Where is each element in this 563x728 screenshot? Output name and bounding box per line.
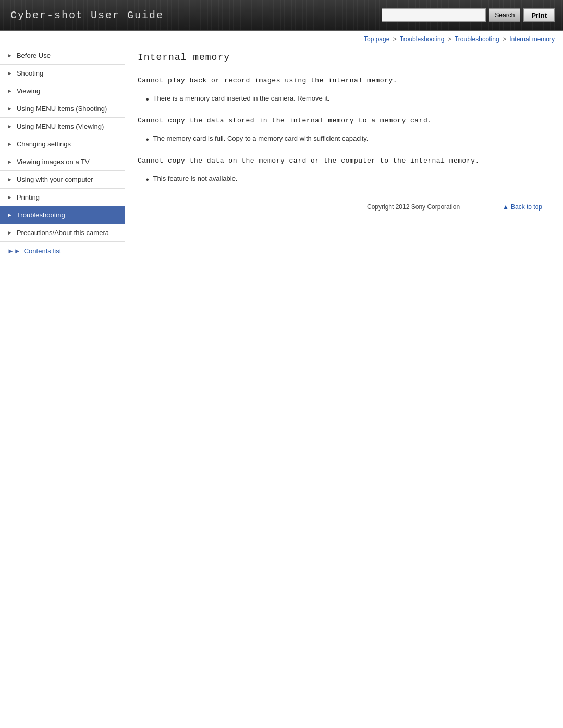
bullet-2-1: • The memory card is full. Copy to a mem… (138, 132, 550, 146)
contents-list-label: Contents list (24, 247, 62, 255)
sidebar-item-label: Printing (17, 193, 40, 201)
bullet-icon: • (146, 94, 149, 104)
arrow-right-icon: ►► (7, 247, 21, 255)
sidebar-item-using-computer[interactable]: ► Using with your computer (0, 171, 125, 189)
bullet-text: The memory card is full. Copy to a memor… (153, 134, 369, 142)
chevron-icon: ► (7, 212, 13, 218)
sidebar-item-label: Using MENU items (Viewing) (17, 122, 104, 130)
back-to-top-label: Back to top (511, 203, 542, 211)
breadcrumb-top-page[interactable]: Top page (364, 35, 389, 43)
breadcrumb-troubleshooting-1[interactable]: Troubleshooting (400, 35, 445, 43)
chevron-icon: ► (7, 177, 13, 182)
chevron-icon: ► (7, 106, 13, 112)
back-to-top-link[interactable]: ▲Back to top (503, 203, 542, 211)
section-1: Cannot play back or record images using … (138, 77, 550, 106)
sidebar-item-troubleshooting[interactable]: ► Troubleshooting (0, 206, 125, 224)
breadcrumb: Top page > Troubleshooting > Troubleshoo… (0, 31, 563, 47)
chevron-icon: ► (7, 88, 13, 94)
breadcrumb-current: Internal memory (509, 35, 555, 43)
section-1-heading: Cannot play back or record images using … (138, 77, 550, 88)
chevron-icon: ► (7, 70, 13, 76)
sidebar-item-printing[interactable]: ► Printing (0, 189, 125, 206)
sidebar-item-label: Using MENU items (Shooting) (17, 105, 107, 113)
bullet-3-1: • This feature is not available. (138, 172, 550, 187)
triangle-up-icon: ▲ (503, 203, 509, 211)
chevron-icon: ► (7, 194, 13, 200)
main-layout: ► Before Use ► Shooting ► Viewing ► Usin… (0, 47, 563, 270)
sidebar-item-menu-shooting[interactable]: ► Using MENU items (Shooting) (0, 100, 125, 118)
search-area: Search Print (382, 8, 563, 22)
contents-list-link[interactable]: ►► Contents list (0, 242, 125, 260)
sidebar-item-changing-settings[interactable]: ► Changing settings (0, 135, 125, 153)
section-3-heading: Cannot copy the data on the memory card … (138, 157, 550, 168)
bullet-icon: • (146, 175, 149, 184)
footer-bar: Copyright 2012 Sony Corporation ▲Back to… (138, 198, 550, 216)
sidebar-item-label: Viewing images on a TV (17, 158, 90, 166)
section-2-heading: Cannot copy the data stored in the inter… (138, 117, 550, 128)
chevron-icon: ► (7, 53, 13, 58)
bullet-1-1: • There is a memory card inserted in the… (138, 92, 550, 106)
bullet-text: This feature is not available. (153, 175, 238, 182)
sidebar-item-label: Shooting (17, 69, 43, 77)
sidebar-item-label: Changing settings (17, 140, 71, 148)
page-title: Internal memory (138, 52, 550, 67)
print-button[interactable]: Print (523, 8, 555, 22)
sidebar-item-label: Viewing (17, 87, 40, 95)
breadcrumb-sep-2: > (448, 35, 451, 43)
search-input[interactable] (382, 8, 486, 22)
chevron-icon: ► (7, 230, 13, 236)
sidebar-item-shooting[interactable]: ► Shooting (0, 65, 125, 82)
sidebar-item-label: Using with your computer (17, 176, 93, 183)
breadcrumb-troubleshooting-2[interactable]: Troubleshooting (455, 35, 499, 43)
breadcrumb-sep-1: > (393, 35, 397, 43)
sidebar-item-precautions[interactable]: ► Precautions/About this camera (0, 224, 125, 242)
bullet-icon: • (146, 134, 149, 144)
copyright-text: Copyright 2012 Sony Corporation (324, 203, 503, 211)
sidebar-item-before-use[interactable]: ► Before Use (0, 47, 125, 65)
sidebar-item-menu-viewing[interactable]: ► Using MENU items (Viewing) (0, 118, 125, 135)
breadcrumb-sep-3: > (503, 35, 506, 43)
sidebar-item-label: Troubleshooting (17, 211, 65, 219)
search-button[interactable]: Search (489, 8, 520, 22)
section-3: Cannot copy the data on the memory card … (138, 157, 550, 187)
content-area: Internal memory Cannot play back or reco… (125, 47, 563, 226)
bullet-text: There is a memory card inserted in the c… (153, 94, 330, 102)
sidebar: ► Before Use ► Shooting ► Viewing ► Usin… (0, 47, 125, 270)
site-title: Cyber-shot User Guide (0, 9, 164, 21)
sidebar-item-label: Before Use (17, 52, 51, 59)
chevron-icon: ► (7, 124, 13, 129)
sidebar-item-viewing[interactable]: ► Viewing (0, 82, 125, 100)
header: Cyber-shot User Guide Search Print (0, 0, 563, 31)
chevron-icon: ► (7, 159, 13, 165)
chevron-icon: ► (7, 141, 13, 147)
section-2: Cannot copy the data stored in the inter… (138, 117, 550, 146)
sidebar-item-viewing-tv[interactable]: ► Viewing images on a TV (0, 153, 125, 171)
sidebar-item-label: Precautions/About this camera (17, 229, 109, 237)
